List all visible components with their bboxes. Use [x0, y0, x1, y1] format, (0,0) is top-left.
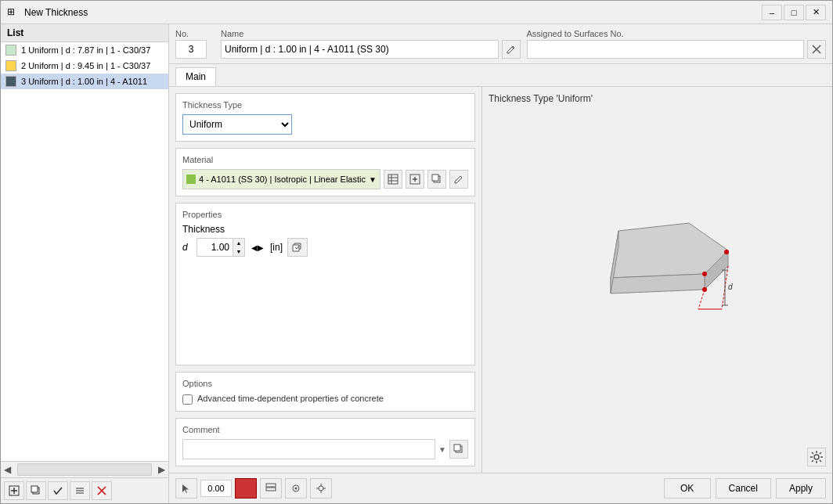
thickness-copy-icon — [292, 242, 303, 253]
content-area: Thickness Type Uniform Variable - 3 Node… — [169, 86, 832, 473]
assigned-input[interactable] — [527, 40, 805, 59]
bottom-tool-color[interactable] — [235, 478, 257, 499]
advanced-checkbox[interactable] — [182, 394, 193, 405]
thickness-sublabel: Thickness — [182, 224, 468, 235]
list-scrollbar[interactable] — [17, 463, 152, 476]
properties-section: Properties Thickness d ▲ ▼ ◀▶ — [175, 203, 475, 365]
svg-rect-13 — [388, 175, 398, 184]
new-item-button[interactable] — [4, 481, 24, 500]
svg-point-45 — [319, 486, 323, 491]
edit-icon — [506, 44, 517, 55]
no-field-group: No. — [175, 29, 215, 59]
checkbox-row: Advanced time-dependent properties of co… — [182, 393, 468, 405]
material-add-button[interactable] — [406, 170, 424, 189]
item-color-3 — [5, 76, 16, 87]
thickness-copy-button[interactable] — [287, 238, 308, 257]
svg-point-37 — [724, 250, 729, 254]
material-dropdown[interactable]: 4 - A1011 (SS 30) | Isotropic | Linear E… — [182, 169, 380, 189]
svg-rect-4 — [31, 486, 38, 492]
preview-title: Thickness Type 'Uniform' — [489, 93, 826, 104]
thickness-type-section: Thickness Type Uniform Variable - 3 Node… — [175, 93, 475, 142]
copy-item-button[interactable] — [26, 481, 46, 500]
no-label: No. — [175, 29, 215, 38]
delete-item-button[interactable] — [92, 481, 112, 500]
cancel-button[interactable]: Cancel — [716, 478, 771, 499]
title-bar-buttons: – □ ✕ — [762, 5, 826, 20]
svg-rect-42 — [266, 488, 276, 491]
svg-point-44 — [295, 488, 298, 490]
material-copy2-button[interactable] — [427, 170, 446, 189]
comment-copy-icon — [453, 444, 464, 455]
new-icon — [9, 485, 20, 496]
bottom-tool-5[interactable] — [310, 478, 332, 499]
thickness-arrows-button[interactable]: ◀▶ — [250, 238, 265, 257]
list-item[interactable]: 1 Uniform | d : 7.87 in | 1 - C30/37 — [1, 42, 168, 58]
name-input[interactable] — [221, 40, 499, 59]
material-table-button[interactable] — [384, 170, 402, 189]
list-scroll-right[interactable]: ▶ — [155, 463, 168, 477]
svg-rect-21 — [432, 175, 438, 181]
check-button[interactable] — [48, 481, 68, 500]
ok-button[interactable]: OK — [664, 478, 711, 499]
assigned-field-group: Assigned to Surfaces No. — [527, 29, 827, 59]
tab-bar: Main — [169, 64, 832, 86]
name-row — [221, 40, 521, 59]
properties-label: Properties — [182, 210, 468, 219]
comment-input[interactable] — [182, 439, 435, 459]
check-icon — [52, 485, 63, 496]
bottom-tool-4[interactable] — [285, 478, 307, 499]
apply-button[interactable]: Apply — [776, 478, 826, 499]
tab-main[interactable]: Main — [175, 67, 216, 86]
advanced-checkbox-label: Advanced time-dependent properties of co… — [197, 393, 384, 405]
settings2-icon — [315, 482, 327, 495]
list-item-text-3: 3 Uniform | d : 1.00 in | 4 - A1011 — [21, 77, 147, 86]
copy-icon — [31, 485, 41, 496]
bottom-tool-1[interactable] — [175, 478, 197, 499]
svg-line-31 — [698, 290, 705, 309]
title-bar: ⊞ New Thickness – □ ✕ — [1, 1, 832, 24]
thickness-spin-up[interactable]: ▲ — [233, 239, 244, 247]
svg-rect-25 — [454, 445, 460, 451]
thickness-value-input[interactable] — [197, 242, 233, 253]
material-row: 4 - A1011 (SS 30) | Isotropic | Linear E… — [182, 169, 468, 189]
thickness-spinners: ▲ ▼ — [233, 239, 244, 256]
material-edit2-button[interactable] — [449, 170, 468, 189]
assigned-clear-button[interactable] — [807, 40, 826, 59]
delete-icon — [96, 485, 107, 496]
maximize-button[interactable]: □ — [784, 5, 804, 20]
list-items: 1 Uniform | d : 7.87 in | 1 - C30/37 2 U… — [1, 42, 168, 461]
left-panel: List 1 Uniform | d : 7.87 in | 1 - C30/3… — [1, 24, 169, 503]
preview-settings-button[interactable] — [807, 448, 826, 466]
material-dropdown-arrow: ▼ — [369, 175, 377, 184]
comment-copy-button[interactable] — [449, 440, 468, 459]
no-input[interactable] — [175, 40, 207, 59]
preview-bottom — [489, 445, 826, 466]
thickness-type-select[interactable]: Uniform Variable - 3 Nodes Variable - 4 … — [182, 114, 292, 135]
material-color-swatch — [186, 175, 196, 184]
settings-icon — [810, 450, 824, 464]
main-content: List 1 Uniform | d : 7.87 in | 1 - C30/3… — [1, 24, 832, 503]
thickness-input-group: ▲ ▼ — [197, 238, 245, 257]
bottom-tool-3[interactable] — [260, 478, 282, 499]
list-item-text-2: 2 Uniform | d : 9.45 in | 1 - C30/37 — [21, 61, 150, 70]
list-item[interactable]: 2 Uniform | d : 9.45 in | 1 - C30/37 — [1, 58, 168, 74]
name-edit-button[interactable] — [502, 40, 521, 59]
item-color-1 — [5, 45, 16, 56]
minimize-button[interactable]: – — [762, 5, 782, 20]
multi-button[interactable] — [70, 481, 90, 500]
material-edit-icon — [453, 174, 464, 185]
list-item[interactable]: 3 Uniform | d : 1.00 in | 4 - A1011 — [1, 74, 168, 89]
close-button[interactable]: ✕ — [806, 5, 826, 20]
options-section: Options Advanced time-dependent properti… — [175, 372, 475, 412]
comment-section: Comment ▼ — [175, 418, 475, 466]
thickness-spin-down[interactable]: ▼ — [233, 247, 244, 256]
thickness-unit: [in] — [270, 242, 283, 253]
list-scroll-left[interactable]: ◀ — [1, 463, 14, 477]
list-item-text-1: 1 Uniform | d : 7.87 in | 1 - C30/37 — [21, 45, 150, 55]
material-copy-icon — [431, 174, 442, 185]
pointer-icon — [180, 482, 193, 495]
d-label: d — [182, 242, 192, 253]
name-field-group: Name — [221, 29, 521, 59]
bottom-toolbar: 0.00 — [169, 474, 658, 502]
top-bar: No. Name Assigned to Surfaces No. — [169, 24, 832, 64]
